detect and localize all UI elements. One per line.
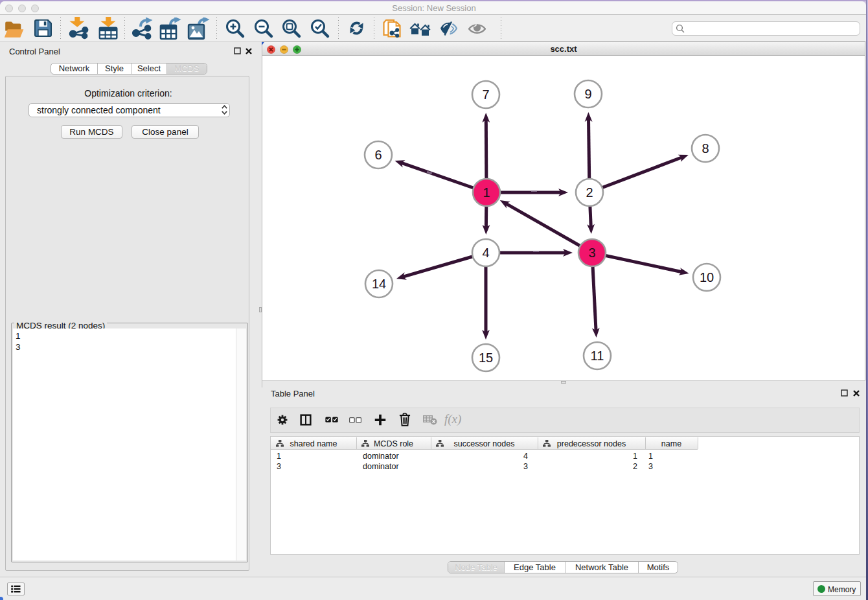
svg-text:3: 3 bbox=[588, 246, 595, 260]
svg-text:11: 11 bbox=[591, 349, 604, 363]
svg-text:14: 14 bbox=[372, 277, 386, 291]
svg-text:10: 10 bbox=[700, 270, 714, 284]
svg-text:7: 7 bbox=[482, 87, 489, 102]
svg-text:1: 1 bbox=[483, 185, 490, 200]
svg-text:6: 6 bbox=[374, 148, 382, 162]
svg-text:8: 8 bbox=[702, 141, 709, 156]
svg-text:2: 2 bbox=[586, 185, 593, 200]
svg-text:15: 15 bbox=[479, 351, 493, 365]
svg-text:4: 4 bbox=[482, 246, 489, 260]
svg-text:9: 9 bbox=[584, 87, 591, 101]
